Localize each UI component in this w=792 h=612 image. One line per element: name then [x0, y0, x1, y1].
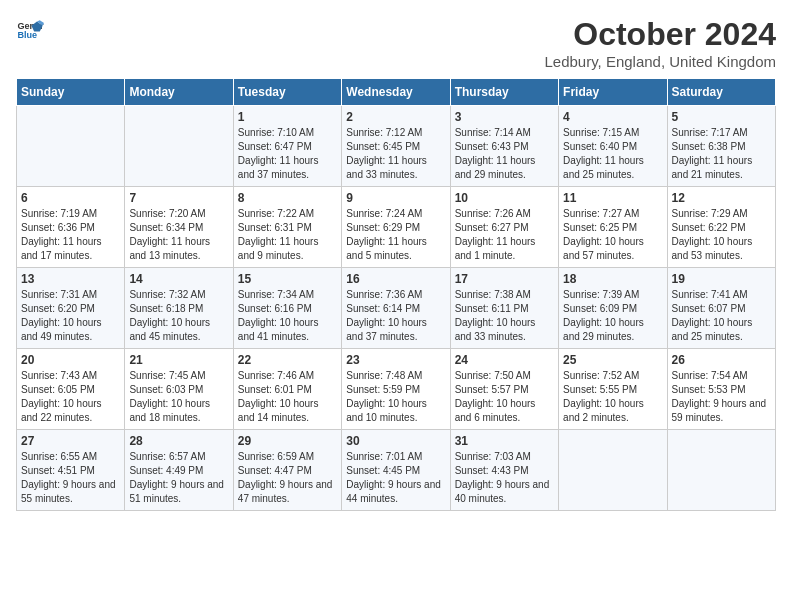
day-number: 14	[129, 272, 228, 286]
header-day: Wednesday	[342, 79, 450, 106]
day-info: Sunrise: 7:38 AMSunset: 6:11 PMDaylight:…	[455, 288, 554, 344]
day-number: 8	[238, 191, 337, 205]
day-info: Sunrise: 7:27 AMSunset: 6:25 PMDaylight:…	[563, 207, 662, 263]
day-number: 9	[346, 191, 445, 205]
day-number: 26	[672, 353, 771, 367]
calendar-cell: 23Sunrise: 7:48 AMSunset: 5:59 PMDayligh…	[342, 349, 450, 430]
calendar-cell: 5Sunrise: 7:17 AMSunset: 6:38 PMDaylight…	[667, 106, 775, 187]
header-row: SundayMondayTuesdayWednesdayThursdayFrid…	[17, 79, 776, 106]
calendar-cell: 12Sunrise: 7:29 AMSunset: 6:22 PMDayligh…	[667, 187, 775, 268]
calendar-week: 20Sunrise: 7:43 AMSunset: 6:05 PMDayligh…	[17, 349, 776, 430]
calendar-cell: 21Sunrise: 7:45 AMSunset: 6:03 PMDayligh…	[125, 349, 233, 430]
day-info: Sunrise: 7:45 AMSunset: 6:03 PMDaylight:…	[129, 369, 228, 425]
day-info: Sunrise: 7:03 AMSunset: 4:43 PMDaylight:…	[455, 450, 554, 506]
day-info: Sunrise: 7:52 AMSunset: 5:55 PMDaylight:…	[563, 369, 662, 425]
day-number: 7	[129, 191, 228, 205]
day-number: 16	[346, 272, 445, 286]
day-info: Sunrise: 7:36 AMSunset: 6:14 PMDaylight:…	[346, 288, 445, 344]
day-info: Sunrise: 7:46 AMSunset: 6:01 PMDaylight:…	[238, 369, 337, 425]
calendar-cell: 13Sunrise: 7:31 AMSunset: 6:20 PMDayligh…	[17, 268, 125, 349]
header-day: Saturday	[667, 79, 775, 106]
calendar-cell: 1Sunrise: 7:10 AMSunset: 6:47 PMDaylight…	[233, 106, 341, 187]
calendar-table: SundayMondayTuesdayWednesdayThursdayFrid…	[16, 78, 776, 511]
day-info: Sunrise: 7:10 AMSunset: 6:47 PMDaylight:…	[238, 126, 337, 182]
day-number: 3	[455, 110, 554, 124]
calendar-cell: 10Sunrise: 7:26 AMSunset: 6:27 PMDayligh…	[450, 187, 558, 268]
calendar-cell: 8Sunrise: 7:22 AMSunset: 6:31 PMDaylight…	[233, 187, 341, 268]
day-number: 23	[346, 353, 445, 367]
day-info: Sunrise: 7:39 AMSunset: 6:09 PMDaylight:…	[563, 288, 662, 344]
calendar-cell: 31Sunrise: 7:03 AMSunset: 4:43 PMDayligh…	[450, 430, 558, 511]
calendar-cell: 15Sunrise: 7:34 AMSunset: 6:16 PMDayligh…	[233, 268, 341, 349]
day-info: Sunrise: 7:22 AMSunset: 6:31 PMDaylight:…	[238, 207, 337, 263]
day-info: Sunrise: 7:01 AMSunset: 4:45 PMDaylight:…	[346, 450, 445, 506]
header-day: Tuesday	[233, 79, 341, 106]
calendar-cell: 6Sunrise: 7:19 AMSunset: 6:36 PMDaylight…	[17, 187, 125, 268]
day-number: 29	[238, 434, 337, 448]
day-info: Sunrise: 7:29 AMSunset: 6:22 PMDaylight:…	[672, 207, 771, 263]
calendar-body: 1Sunrise: 7:10 AMSunset: 6:47 PMDaylight…	[17, 106, 776, 511]
day-number: 30	[346, 434, 445, 448]
calendar-cell: 7Sunrise: 7:20 AMSunset: 6:34 PMDaylight…	[125, 187, 233, 268]
calendar-cell: 27Sunrise: 6:55 AMSunset: 4:51 PMDayligh…	[17, 430, 125, 511]
day-number: 22	[238, 353, 337, 367]
calendar-cell: 3Sunrise: 7:14 AMSunset: 6:43 PMDaylight…	[450, 106, 558, 187]
calendar-cell: 30Sunrise: 7:01 AMSunset: 4:45 PMDayligh…	[342, 430, 450, 511]
day-info: Sunrise: 7:48 AMSunset: 5:59 PMDaylight:…	[346, 369, 445, 425]
location: Ledbury, England, United Kingdom	[544, 53, 776, 70]
title-block: October 2024 Ledbury, England, United Ki…	[544, 16, 776, 70]
day-number: 20	[21, 353, 120, 367]
day-number: 1	[238, 110, 337, 124]
day-info: Sunrise: 6:59 AMSunset: 4:47 PMDaylight:…	[238, 450, 337, 506]
day-info: Sunrise: 7:12 AMSunset: 6:45 PMDaylight:…	[346, 126, 445, 182]
calendar-week: 27Sunrise: 6:55 AMSunset: 4:51 PMDayligh…	[17, 430, 776, 511]
calendar-cell: 4Sunrise: 7:15 AMSunset: 6:40 PMDaylight…	[559, 106, 667, 187]
day-number: 21	[129, 353, 228, 367]
calendar-header: SundayMondayTuesdayWednesdayThursdayFrid…	[17, 79, 776, 106]
day-info: Sunrise: 7:50 AMSunset: 5:57 PMDaylight:…	[455, 369, 554, 425]
day-number: 19	[672, 272, 771, 286]
calendar-cell: 14Sunrise: 7:32 AMSunset: 6:18 PMDayligh…	[125, 268, 233, 349]
calendar-cell: 20Sunrise: 7:43 AMSunset: 6:05 PMDayligh…	[17, 349, 125, 430]
day-number: 15	[238, 272, 337, 286]
day-number: 12	[672, 191, 771, 205]
logo-icon: General Blue	[16, 16, 44, 44]
calendar-cell: 17Sunrise: 7:38 AMSunset: 6:11 PMDayligh…	[450, 268, 558, 349]
day-info: Sunrise: 6:55 AMSunset: 4:51 PMDaylight:…	[21, 450, 120, 506]
day-number: 27	[21, 434, 120, 448]
day-info: Sunrise: 6:57 AMSunset: 4:49 PMDaylight:…	[129, 450, 228, 506]
calendar-cell: 18Sunrise: 7:39 AMSunset: 6:09 PMDayligh…	[559, 268, 667, 349]
day-number: 25	[563, 353, 662, 367]
day-info: Sunrise: 7:32 AMSunset: 6:18 PMDaylight:…	[129, 288, 228, 344]
header-day: Sunday	[17, 79, 125, 106]
day-number: 5	[672, 110, 771, 124]
header-day: Thursday	[450, 79, 558, 106]
calendar-week: 1Sunrise: 7:10 AMSunset: 6:47 PMDaylight…	[17, 106, 776, 187]
calendar-cell: 26Sunrise: 7:54 AMSunset: 5:53 PMDayligh…	[667, 349, 775, 430]
day-info: Sunrise: 7:31 AMSunset: 6:20 PMDaylight:…	[21, 288, 120, 344]
day-info: Sunrise: 7:20 AMSunset: 6:34 PMDaylight:…	[129, 207, 228, 263]
day-info: Sunrise: 7:24 AMSunset: 6:29 PMDaylight:…	[346, 207, 445, 263]
calendar-cell: 28Sunrise: 6:57 AMSunset: 4:49 PMDayligh…	[125, 430, 233, 511]
day-number: 17	[455, 272, 554, 286]
calendar-cell: 25Sunrise: 7:52 AMSunset: 5:55 PMDayligh…	[559, 349, 667, 430]
day-number: 31	[455, 434, 554, 448]
day-info: Sunrise: 7:17 AMSunset: 6:38 PMDaylight:…	[672, 126, 771, 182]
month-title: October 2024	[544, 16, 776, 53]
calendar-cell: 24Sunrise: 7:50 AMSunset: 5:57 PMDayligh…	[450, 349, 558, 430]
calendar-cell: 22Sunrise: 7:46 AMSunset: 6:01 PMDayligh…	[233, 349, 341, 430]
calendar-week: 6Sunrise: 7:19 AMSunset: 6:36 PMDaylight…	[17, 187, 776, 268]
calendar-cell	[559, 430, 667, 511]
day-info: Sunrise: 7:19 AMSunset: 6:36 PMDaylight:…	[21, 207, 120, 263]
calendar-cell	[667, 430, 775, 511]
day-info: Sunrise: 7:14 AMSunset: 6:43 PMDaylight:…	[455, 126, 554, 182]
day-info: Sunrise: 7:26 AMSunset: 6:27 PMDaylight:…	[455, 207, 554, 263]
logo: General Blue	[16, 16, 44, 44]
calendar-cell: 11Sunrise: 7:27 AMSunset: 6:25 PMDayligh…	[559, 187, 667, 268]
calendar-cell: 9Sunrise: 7:24 AMSunset: 6:29 PMDaylight…	[342, 187, 450, 268]
calendar-cell: 19Sunrise: 7:41 AMSunset: 6:07 PMDayligh…	[667, 268, 775, 349]
day-info: Sunrise: 7:54 AMSunset: 5:53 PMDaylight:…	[672, 369, 771, 425]
svg-text:Blue: Blue	[17, 30, 37, 40]
header-day: Monday	[125, 79, 233, 106]
calendar-cell: 2Sunrise: 7:12 AMSunset: 6:45 PMDaylight…	[342, 106, 450, 187]
